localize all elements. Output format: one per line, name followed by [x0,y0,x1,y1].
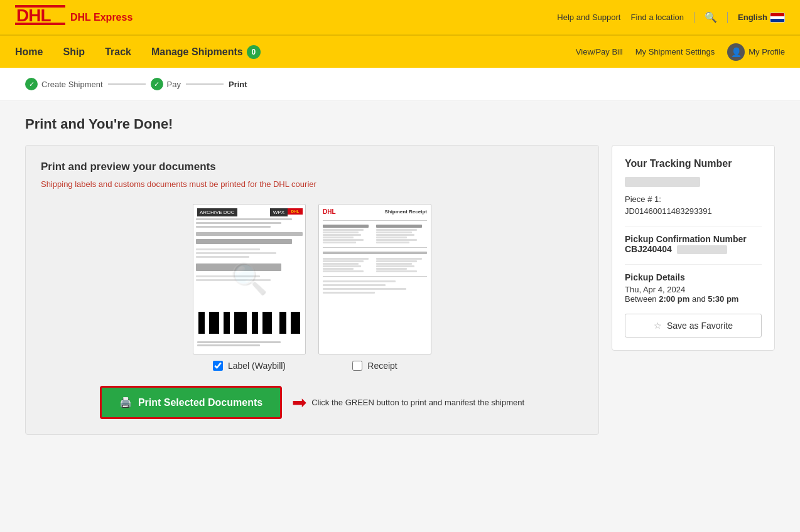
waybill-bottom-text [197,341,301,346]
arrow-icon: ➡ [292,392,306,413]
dhl-logo: DHL [15,5,65,29]
waybill-label-text: Label (Waybill) [228,361,286,371]
svg-rect-3 [15,23,65,25]
create-check-icon: ✓ [25,78,38,90]
save-fav-label: Save as Favorite [667,321,733,331]
receipt-thumbnail[interactable]: DHL Shipment Receipt [318,204,431,354]
main-content: Print and You're Done! Print and preview… [0,101,800,532]
profile-icon: 👤 [727,43,745,61]
tracking-panel-title: Your Tracking Number [625,158,762,169]
pickup-conf-title: Pickup Confirmation Number CBJ240404 [625,234,762,254]
breadcrumb-create: ✓ Create Shipment [25,78,103,90]
profile-area[interactable]: 👤 My Profile [727,43,785,61]
nav-manage-label: Manage Shipments [151,38,243,66]
star-icon: ☆ [654,321,662,331]
divider-1 [694,12,695,23]
manage-badge: 0 [247,45,261,59]
pickup-time-start: 2:00 pm [659,294,689,304]
pickup-conf-placeholder [677,245,727,254]
print-label: Print [229,80,247,89]
find-location-link[interactable]: Find a location [630,13,684,22]
language-selector[interactable]: English [738,13,785,23]
nav-ship[interactable]: Ship [63,38,85,66]
svg-rect-2 [15,5,65,8]
divider-tracking-2 [625,264,762,265]
pickup-conf-number: CBJ240404 [625,244,672,254]
receipt-content: DHL Shipment Receipt [319,205,431,354]
bc-line-1 [108,83,146,85]
divider-tracking-1 [625,226,762,226]
hint-text: Click the GREEN button to print and mani… [311,398,524,407]
pickup-details-title: Pickup Details [625,272,762,282]
pay-label: Pay [167,80,181,89]
waybill-check-label[interactable]: Label (Waybill) [213,361,286,371]
magnifier-overlay: 🔍 [230,262,268,297]
piece-label: Piece # 1: [625,194,762,204]
create-label: Create Shipment [41,80,103,89]
pickup-details-section: Pickup Details Thu, Apr 4, 2024 Between … [625,272,762,304]
docs-panel-title: Print and preview your documents [41,161,583,173]
tracking-number-placeholder [625,177,700,187]
breadcrumb-print: Print [229,80,247,89]
waybill-checkbox[interactable] [213,361,223,371]
help-support-link[interactable]: Help and Support [557,13,620,22]
print-hint: ➡ Click the GREEN button to print and ma… [292,392,524,413]
wpx-label: WPX [270,208,288,216]
top-bar: DHL DHL Express Help and Support Find a … [0,0,800,35]
dhl-express-label: DHL Express [70,12,132,23]
receipt-title: Shipment Receipt [384,209,427,215]
nav-right: View/Pay Bill My Shipment Settings 👤 My … [576,43,785,61]
pickup-date: Thu, Apr 4, 2024 [625,285,762,294]
print-button-label: Print Selected Documents [138,397,262,408]
pickup-conf-label: Pickup Confirmation Number [625,234,747,244]
pickup-conf-section: Pickup Confirmation Number CBJ240404 [625,234,762,254]
waybill-thumbnail[interactable]: ARCHIVE DOC WPX DHL [193,204,306,354]
pickup-time-between: Between [625,294,657,304]
breadcrumb-pay: ✓ Pay [151,78,181,90]
docs-panel: Print and preview your documents Shippin… [25,145,599,435]
print-selected-button[interactable]: 🖨️ Print Selected Documents [100,386,282,419]
search-button[interactable]: 🔍 [705,11,717,23]
waybill-dhl-logo: DHL [288,208,303,215]
hint-pre: Click the [311,398,343,407]
page-title: Print and You're Done! [25,116,775,132]
view-pay-bill-link[interactable]: View/Pay Bill [576,47,623,56]
docs-panel-subtitle: Shipping labels and customs documents mu… [41,179,583,189]
receipt-dhl-logo: DHL [323,208,336,215]
piece-number: JD01460011483293391 [625,206,762,216]
tracking-panel: Your Tracking Number Piece # 1: JD014600… [612,145,775,351]
receipt-checkbox[interactable] [352,361,362,371]
svg-text:DHL: DHL [16,6,51,25]
nav-track[interactable]: Track [105,38,131,66]
pickup-time-and: and [692,294,708,304]
pickup-time-end: 5:30 pm [708,294,738,304]
nav-manage-shipments[interactable]: Manage Shipments 0 [151,38,261,66]
printer-icon: 🖨️ [119,396,132,408]
doc-thumbnails: ARCHIVE DOC WPX DHL [41,204,583,371]
save-favorite-button[interactable]: ☆ Save as Favorite [625,314,762,338]
shipment-settings-link[interactable]: My Shipment Settings [635,47,715,56]
top-right-controls: Help and Support Find a location 🔍 Engli… [557,11,785,23]
my-profile-link[interactable]: My Profile [749,47,785,56]
waybill-barcode [198,312,300,334]
nav-home[interactable]: Home [15,38,43,66]
receipt-check-label[interactable]: Receipt [352,361,397,371]
nav-bar: Home Ship Track Manage Shipments 0 View/… [0,35,800,68]
print-btn-area: 🖨️ Print Selected Documents ➡ Click the … [41,386,583,419]
piece-number-section: Piece # 1: JD01460011483293391 [625,194,762,216]
breadcrumb: ✓ Create Shipment ✓ Pay Print [0,68,800,101]
waybill-thumb-wrap: ARCHIVE DOC WPX DHL [193,204,306,371]
content-wrapper: Print and preview your documents Shippin… [25,145,775,435]
receipt-thumb-wrap: DHL Shipment Receipt [318,204,431,371]
hint-green: GREEN [345,398,374,407]
logo-area: DHL DHL Express [15,5,132,29]
divider-2 [727,12,728,23]
language-label: English [738,13,767,22]
pickup-time: Between 2:00 pm and 5:30 pm [625,294,762,304]
pay-check-icon: ✓ [151,78,163,90]
malaysia-flag [770,13,785,23]
bc-line-2 [186,83,224,85]
hint-post: button to print and manifest the shipmen… [377,398,525,407]
archive-label: ARCHIVE DOC [197,208,237,216]
receipt-label-text: Receipt [367,361,397,371]
